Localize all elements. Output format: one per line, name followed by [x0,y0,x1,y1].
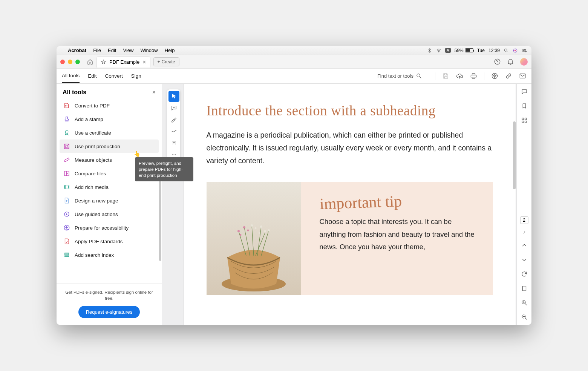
home-icon[interactable] [87,58,93,65]
zoom-in-icon[interactable] [520,299,528,307]
tool-label: Add a stamp [75,117,103,122]
cloud-upload-icon[interactable] [456,72,463,80]
select-tool[interactable] [168,91,179,102]
toolbar-right-icons [435,72,526,80]
svg-rect-20 [65,253,69,254]
mail-icon[interactable] [519,72,526,80]
wifi-icon[interactable] [436,48,441,53]
svg-point-32 [251,224,253,227]
tool-label: Compare files [75,171,106,176]
battery-status[interactable]: 59% [455,48,473,53]
svg-point-29 [243,226,245,228]
tool-item-certificate[interactable]: Use a certificate [60,126,159,140]
link-icon[interactable] [505,72,512,80]
close-tab-icon[interactable]: × [142,59,146,66]
clock-day[interactable]: Tue [477,48,485,53]
text-tool[interactable] [168,138,179,149]
tool-item-stamp[interactable]: Add a stamp [60,112,159,126]
bookmarks-panel-icon[interactable] [520,102,528,110]
tab-edit[interactable]: Edit [88,69,96,83]
star-icon[interactable] [101,59,106,65]
search-icon [416,73,422,79]
app-name[interactable]: Acrobat [68,48,86,53]
tool-item-design-page[interactable]: Design a new page [60,194,159,207]
footer-text: Get PDFs e-signed. Recipients sign onlin… [64,289,154,301]
tab-sign[interactable]: Sign [131,69,141,83]
svg-point-12 [66,145,68,147]
rich-media-icon [63,184,70,190]
svg-point-2 [514,49,516,51]
thumbnails-panel-icon[interactable] [520,116,528,124]
clock-time[interactable]: 12:39 [488,48,500,53]
input-source-icon[interactable]: A [445,48,451,53]
svg-point-19 [66,226,67,227]
page-down-icon[interactable] [520,256,528,264]
print-icon[interactable] [470,72,477,80]
tool-item-accessibility[interactable]: Prepare for accessibility [60,221,159,235]
tools-sidebar: All tools × Convert to PDFAdd a stampUse… [57,84,162,325]
accessibility-icon [63,224,70,231]
menu-file[interactable]: File [93,48,101,53]
highlight-tool[interactable] [168,114,179,125]
bell-icon[interactable] [507,58,514,65]
tip-heading-script: important tip [319,192,402,213]
menu-window[interactable]: Window [140,48,158,53]
profile-avatar[interactable] [520,58,528,66]
rotate-icon[interactable] [520,270,528,278]
svg-rect-41 [525,121,527,123]
control-center-icon[interactable] [522,48,527,53]
convert-pdf-icon [63,102,70,109]
menu-edit[interactable]: Edit [108,48,116,53]
svg-rect-38 [522,118,524,120]
window-controls [60,60,80,64]
tool-item-standards[interactable]: Apply PDF standards [60,235,159,248]
tool-label: Add search index [75,252,114,258]
guided-icon [63,211,70,218]
current-page-input[interactable]: 2 [520,216,528,224]
svg-point-3 [525,49,525,49]
tool-label: Convert to PDF [75,103,110,109]
siri-icon[interactable] [513,48,518,53]
page-up-icon[interactable] [520,241,528,250]
draw-tool[interactable] [168,126,179,137]
main-area: All tools × Convert to PDFAdd a stampUse… [57,84,531,325]
tool-item-search-index[interactable]: Add search index [60,248,159,262]
tool-item-print-production[interactable]: Use print production [60,140,159,153]
tip-callout: important tip Choose a topic that intere… [207,182,493,295]
document-tab[interactable]: PDF Example × [96,56,150,67]
svg-point-31 [247,230,249,231]
tool-label: Apply PDF standards [75,239,123,244]
tool-item-convert-pdf[interactable]: Convert to PDF [60,99,159,112]
document-scrollbar[interactable] [513,121,516,189]
svg-rect-9 [520,74,525,78]
document-viewport[interactable]: Introduce the section with a subheading … [162,84,516,325]
zoom-out-icon[interactable] [520,313,528,321]
help-icon[interactable] [494,58,501,65]
tool-item-guided[interactable]: Use guided actions [60,207,159,221]
tab-all-tools[interactable]: All tools [62,69,80,83]
minimize-window-button[interactable] [68,60,72,64]
stamp-icon [63,116,70,123]
spotlight-icon[interactable] [504,48,509,53]
close-sidebar-icon[interactable]: × [152,89,156,96]
sidebar-scrollbar[interactable] [159,174,161,261]
ai-assistant-icon[interactable] [491,72,498,80]
page-display-icon[interactable] [520,284,528,293]
svg-rect-40 [522,121,524,123]
create-label: Create [162,59,175,64]
right-rail: 2 7 [516,84,531,325]
comment-tool[interactable] [168,103,179,113]
save-icon[interactable] [442,72,449,80]
create-button[interactable]: + Create [153,57,179,66]
tab-convert[interactable]: Convert [105,69,123,83]
menu-help[interactable]: Help [165,48,175,53]
close-window-button[interactable] [60,60,65,64]
tool-item-rich-media[interactable]: Add rich media [60,180,159,194]
bluetooth-icon[interactable] [427,48,432,53]
maximize-window-button[interactable] [75,60,80,64]
comments-panel-icon[interactable] [520,87,528,96]
find-tools[interactable]: Find text or tools [377,73,422,79]
request-signatures-button[interactable]: Request e-signatures [78,306,140,318]
menu-view[interactable]: View [123,48,133,53]
basket-illustration [214,220,293,295]
